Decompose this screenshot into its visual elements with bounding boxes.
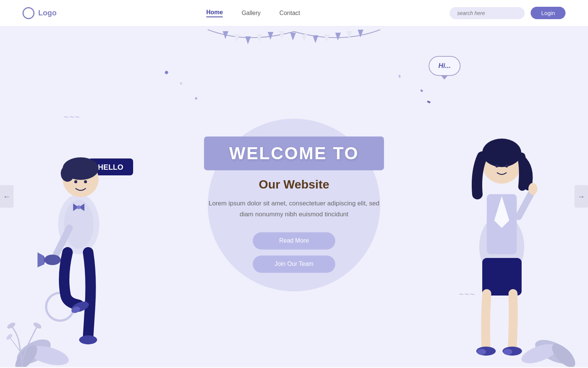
confetti bbox=[180, 82, 183, 85]
nav-gallery[interactable]: Gallery bbox=[242, 10, 261, 17]
svg-marker-12 bbox=[358, 30, 363, 38]
svg-marker-7 bbox=[302, 34, 307, 42]
logo-icon bbox=[22, 7, 34, 19]
nav-links: Home Gallery Contact bbox=[206, 9, 300, 17]
confetti bbox=[398, 75, 400, 78]
svg-marker-2 bbox=[245, 36, 251, 44]
website-title: Our Website bbox=[204, 178, 384, 192]
svg-point-21 bbox=[74, 180, 77, 183]
navbar: Logo Home Gallery Contact Login bbox=[0, 0, 588, 26]
read-more-button[interactable]: Read More bbox=[253, 232, 335, 249]
login-button[interactable]: Login bbox=[531, 7, 566, 19]
svg-point-35 bbox=[495, 164, 498, 167]
arrow-right-button[interactable]: → bbox=[574, 185, 588, 208]
confetti bbox=[195, 97, 198, 100]
svg-point-25 bbox=[77, 205, 81, 209]
confetti bbox=[420, 89, 423, 92]
character-left: HELLO bbox=[30, 104, 150, 367]
svg-point-38 bbox=[528, 183, 537, 195]
svg-point-52 bbox=[6, 321, 16, 330]
svg-point-45 bbox=[503, 349, 512, 355]
svg-point-54 bbox=[5, 333, 13, 341]
svg-point-31 bbox=[79, 335, 97, 344]
confetti bbox=[165, 71, 169, 75]
join-team-button[interactable]: Join Our Team bbox=[253, 255, 335, 273]
svg-marker-3 bbox=[256, 34, 262, 42]
hero-description: Lorem ipsum dolor sit amet, consectetuer… bbox=[204, 198, 384, 220]
logo: Logo bbox=[22, 7, 57, 19]
svg-marker-6 bbox=[290, 33, 296, 41]
speech-bubble: Hi... bbox=[429, 56, 460, 76]
svg-point-44 bbox=[477, 349, 486, 355]
svg-marker-11 bbox=[346, 31, 352, 39]
svg-point-20 bbox=[61, 165, 74, 182]
bunting-decoration bbox=[200, 26, 388, 56]
hero-content: WELCOME TO Our Website Lorem ipsum dolor… bbox=[204, 136, 384, 273]
speech-bubble-text: Hi... bbox=[438, 62, 451, 69]
svg-point-36 bbox=[505, 164, 508, 167]
svg-marker-9 bbox=[324, 34, 330, 42]
welcome-title: WELCOME TO bbox=[223, 143, 365, 163]
character-right bbox=[453, 123, 558, 367]
svg-text:HELLO: HELLO bbox=[98, 163, 123, 171]
logo-text: Logo bbox=[38, 9, 57, 17]
svg-point-27 bbox=[44, 255, 61, 265]
nav-right: Login bbox=[450, 7, 566, 19]
confetti bbox=[427, 101, 430, 104]
svg-line-37 bbox=[519, 192, 532, 217]
svg-point-22 bbox=[84, 180, 87, 183]
svg-marker-8 bbox=[313, 35, 318, 43]
main-section: WELCOME TO Our Website Lorem ipsum dolor… bbox=[0, 26, 588, 367]
nav-home[interactable]: Home bbox=[206, 9, 223, 17]
svg-marker-10 bbox=[335, 33, 341, 41]
svg-marker-28 bbox=[38, 252, 44, 267]
nav-contact[interactable]: Contact bbox=[279, 10, 300, 17]
svg-marker-1 bbox=[234, 34, 240, 42]
arrow-left-button[interactable]: ← bbox=[0, 185, 14, 208]
welcome-banner: WELCOME TO bbox=[204, 136, 384, 170]
svg-point-34 bbox=[482, 139, 521, 167]
search-input[interactable] bbox=[450, 7, 525, 19]
